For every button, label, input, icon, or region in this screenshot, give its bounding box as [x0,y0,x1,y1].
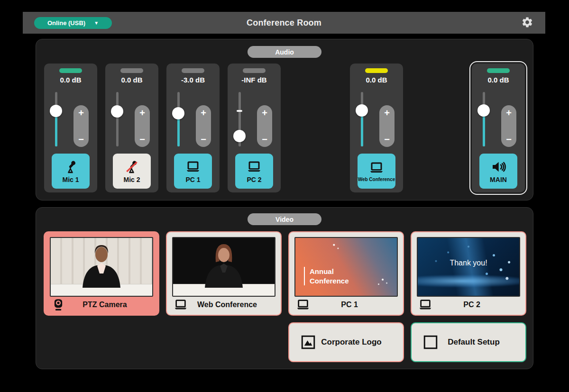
channel-strip-pc2: -INF dB + − PC 2 [228,64,281,192]
level-stepper: + − [501,105,516,147]
slider-knob[interactable] [233,130,246,142]
source-label: PC 2 [247,176,261,183]
slider-knob[interactable] [111,105,123,118]
tile-label: Web Conference [188,301,266,309]
level-down-button[interactable]: − [78,135,84,144]
level-value: -3.0 dB [166,76,220,84]
chevron-down-icon: ▼ [94,20,99,26]
video-section-label: Video [248,213,321,225]
channel-strip-pc1: -3.0 dB + − PC 1 [166,64,220,192]
slide-title: Thank you! [418,259,519,267]
channel-strip-main: 0.0 dB + − MAI [472,64,525,192]
main-mute-button[interactable]: MAIN [479,154,517,189]
pc2-mute-button[interactable]: PC 2 [235,154,273,189]
channel-strip-webconference: 0.0 dB + − Web Conference [350,64,403,192]
level-value: 0.0 dB [472,76,525,84]
slider-knob[interactable] [172,107,184,119]
tile-label: PTZ Camera [65,301,144,309]
pc1-mute-button[interactable]: PC 1 [174,154,212,189]
slider-knob[interactable] [356,104,368,117]
audio-section-label: Audio [248,46,321,58]
volume-slider[interactable] [356,92,368,146]
audio-section: Audio 0.0 dB + − [36,39,533,201]
channel-strip-mic2: 0.0 dB + − [105,64,158,192]
level-down-button[interactable]: − [506,135,512,144]
level-down-button[interactable]: − [139,135,145,144]
signal-led [487,68,510,73]
laptop-icon [296,298,310,312]
default-setup-button[interactable]: Default Setup [411,322,526,362]
signal-led [120,68,143,73]
level-up-button[interactable]: + [78,108,84,118]
main-output-highlight: 0.0 dB + − MAI [469,61,527,195]
tile-caption: PC 2 [412,298,525,312]
level-up-button[interactable]: + [139,108,145,118]
slider-knob[interactable] [477,104,490,117]
laptop-icon [369,160,384,175]
signal-led [182,68,204,73]
webconference-mute-button[interactable]: Web Conference [358,154,395,189]
level-value: 0.0 dB [44,76,97,84]
level-up-button[interactable]: + [384,108,390,118]
slide-light-streak [417,275,520,287]
microphone-icon [63,159,78,174]
presenter-figure [66,240,137,288]
level-up-button[interactable]: + [201,108,206,118]
video-section: Video [36,207,533,369]
pc1-preview: Annual Conference [294,237,398,297]
speaker-icon [491,159,506,174]
signal-led [365,68,388,73]
audio-strips: 0.0 dB + − Mic 1 [44,64,527,195]
volume-slider[interactable] [477,92,490,146]
tile-label: PC 2 [432,301,511,309]
level-up-button[interactable]: + [506,108,512,118]
microphone-muted-icon [124,159,139,174]
level-down-button[interactable]: − [384,135,390,144]
video-tile-pc1[interactable]: Annual Conference PC 1 [288,231,404,316]
tile-caption: PTZ Camera [45,298,158,312]
slider-track[interactable] [116,92,119,146]
image-icon [300,334,317,351]
connection-status-label: Online (USB) [47,19,85,27]
corporate-logo-button[interactable]: Corporate Logo [288,322,404,362]
volume-slider[interactable] [111,92,123,146]
pc2-preview: Thank you! [417,237,520,297]
level-up-button[interactable]: + [262,108,267,118]
tile-caption: PC 1 [289,298,403,312]
connection-status-dropdown[interactable]: Online (USB) ▼ [34,17,112,29]
web-conference-preview [172,237,275,297]
level-stepper: + − [196,105,211,147]
video-grid: PTZ Camera [44,231,526,362]
level-stepper: + − [135,105,150,147]
gear-icon [521,16,533,28]
source-label: Mic 2 [123,176,140,183]
tile-caption: Web Conference [167,298,281,312]
mic2-mute-button[interactable]: Mic 2 [113,154,151,189]
volume-slider[interactable] [233,92,246,146]
mic1-mute-button[interactable]: Mic 1 [52,154,90,189]
presenter-figure [188,240,259,288]
slider-knob[interactable] [50,105,62,117]
ptz-camera-preview [50,237,153,297]
level-stepper: + − [73,105,89,147]
level-value: 0.0 dB [350,76,403,84]
settings-button[interactable] [521,16,534,29]
level-down-button[interactable]: − [201,135,206,144]
app-window: Online (USB) ▼ Conference Room Audio 0.0… [0,0,569,392]
level-down-button[interactable]: − [262,135,267,144]
video-tile-web-conference[interactable]: Web Conference [166,231,282,316]
channel-strip-mic1: 0.0 dB + − Mic 1 [44,64,97,192]
signal-led [59,68,82,73]
slider-default-tick [237,110,242,112]
volume-slider[interactable] [50,92,62,146]
source-label: Web Conference [358,177,395,182]
video-tile-pc2[interactable]: Thank you! PC 2 [411,231,526,316]
source-label: MAIN [490,176,507,183]
button-label: Default Setup [439,337,508,347]
ptz-camera-icon [51,298,65,312]
video-tile-ptz-camera[interactable]: PTZ Camera [44,231,159,316]
top-bar: Online (USB) ▼ Conference Room [23,12,545,34]
volume-slider[interactable] [172,92,184,146]
level-value: -INF dB [228,76,281,84]
laptop-icon [247,159,262,174]
